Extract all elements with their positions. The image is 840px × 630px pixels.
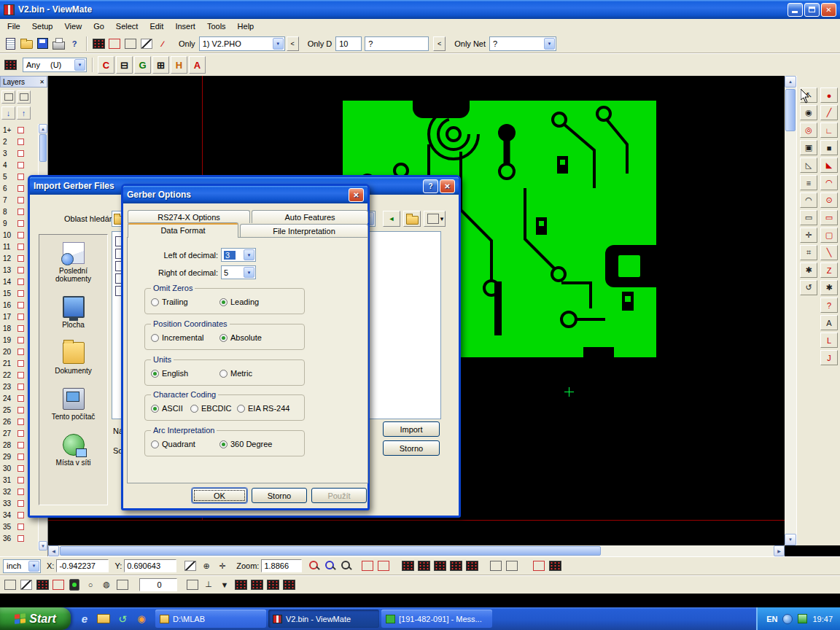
merge-pads-button[interactable]: ⊞: [152, 56, 169, 74]
film-3-button[interactable]: [432, 559, 447, 573]
prev-layer-button[interactable]: <: [287, 36, 299, 51]
zoom-in-button[interactable]: [307, 559, 322, 573]
layer-color-swatch[interactable]: [18, 430, 24, 437]
traffic-light-icon[interactable]: [67, 578, 82, 592]
layer-row[interactable]: 3: [0, 147, 38, 159]
markers-button[interactable]: [139, 36, 154, 51]
vertical-scrollbar[interactable]: ▲ ▼: [785, 76, 796, 545]
layer-color-swatch[interactable]: [18, 512, 24, 518]
layer-row[interactable]: 36: [0, 532, 38, 544]
radio-metric[interactable]: Metric: [219, 369, 252, 378]
layer-color-swatch[interactable]: [18, 454, 24, 460]
menu-item[interactable]: View: [58, 20, 88, 32]
draw-line-tool[interactable]: ╱: [820, 105, 838, 120]
layer-color-swatch[interactable]: [18, 197, 24, 203]
overlay-b-button[interactable]: [548, 559, 562, 573]
open-file-button[interactable]: [19, 36, 34, 51]
film-1-button[interactable]: [400, 559, 415, 573]
layer-color-swatch[interactable]: [18, 384, 24, 390]
aperture-table-button[interactable]: [360, 559, 375, 573]
probe-b-button[interactable]: ◍: [99, 578, 114, 592]
taskbar-task[interactable]: [191-482-091] - Mess...: [381, 610, 492, 628]
layer-row[interactable]: 2: [0, 136, 38, 147]
radio-trailing[interactable]: Trailing: [151, 298, 188, 306]
measure-xy-icon[interactable]: [183, 559, 198, 573]
save-file-button[interactable]: [35, 36, 50, 51]
import-button[interactable]: Import: [383, 421, 440, 437]
combo-arrow-icon[interactable]: [74, 59, 85, 71]
layer-color-swatch[interactable]: [18, 407, 24, 413]
grid-b-button[interactable]: [185, 578, 200, 592]
draw-fill-tool[interactable]: ■: [820, 140, 838, 155]
layer-row[interactable]: 35: [0, 521, 38, 532]
draw-flash-tool[interactable]: ✱: [820, 280, 838, 295]
dual-view-button[interactable]: [123, 36, 138, 51]
layer-color-swatch[interactable]: [18, 162, 24, 168]
selection-grid-icon[interactable]: [3, 58, 18, 72]
layer-color-swatch[interactable]: [18, 139, 24, 145]
taskbar-task[interactable]: D:\MLAB: [155, 610, 266, 628]
menu-item[interactable]: Tools: [201, 20, 232, 32]
snap-tool[interactable]: ✛: [800, 228, 817, 243]
zoom-window-button[interactable]: [323, 559, 338, 573]
layer-down-button[interactable]: [1, 106, 15, 120]
part-table-button[interactable]: [505, 559, 519, 573]
wheel-tool[interactable]: ✱: [800, 262, 817, 278]
cancel-button[interactable]: Storno: [252, 488, 307, 503]
grid-a-button[interactable]: [115, 578, 130, 592]
layer-view-button[interactable]: [1, 90, 15, 104]
import-cancel-button[interactable]: Storno: [383, 440, 440, 456]
layer-color-swatch[interactable]: [18, 174, 24, 180]
radio-incremental[interactable]: Incremental: [151, 333, 203, 342]
text-dcode-button[interactable]: A: [189, 56, 206, 74]
combo-arrow-icon[interactable]: [273, 38, 284, 50]
film-d-button[interactable]: [281, 578, 296, 592]
layer-color-swatch[interactable]: [18, 442, 24, 448]
radio-leading[interactable]: Leading: [219, 298, 259, 306]
draw-ltext-tool[interactable]: L: [820, 332, 838, 348]
draw-text-tool[interactable]: A: [820, 315, 838, 330]
layer-color-swatch[interactable]: [18, 477, 24, 483]
draw-arc-tool[interactable]: ◠: [820, 175, 838, 190]
circle-dcode-button[interactable]: C: [98, 56, 114, 74]
tab-file-interpretation[interactable]: File Interpretation: [240, 224, 368, 237]
close-layers-icon[interactable]: [39, 79, 44, 85]
layer-color-swatch[interactable]: [18, 209, 24, 215]
grid-snap-tool[interactable]: ⌗: [800, 245, 817, 260]
film-stack-button[interactable]: [3, 578, 18, 592]
highlight-button[interactable]: [107, 36, 122, 51]
layer-color-swatch[interactable]: [18, 220, 24, 227]
layer-color-swatch[interactable]: [18, 302, 24, 308]
minimize-button[interactable]: [788, 3, 803, 17]
layers-panel-header[interactable]: Layers: [0, 76, 47, 88]
slash-button[interactable]: ∕: [155, 36, 170, 51]
drop-button[interactable]: ▼: [217, 578, 232, 592]
film-box-button[interactable]: [91, 36, 106, 51]
context-help-button[interactable]: ?: [67, 36, 82, 51]
film-2-button[interactable]: [416, 559, 431, 573]
layer-color-swatch[interactable]: [18, 244, 24, 250]
layer-color-swatch[interactable]: [18, 360, 24, 367]
zoom-point-button[interactable]: [339, 559, 354, 573]
pattern-button[interactable]: [51, 578, 66, 592]
dcode-name-input[interactable]: ?: [365, 36, 429, 51]
center-icon[interactable]: ✛: [215, 559, 230, 573]
combo-arrow-icon[interactable]: [544, 38, 555, 50]
undo-view-tool[interactable]: ↺: [800, 280, 817, 295]
film-b-button[interactable]: [249, 578, 264, 592]
menu-item[interactable]: File: [1, 20, 26, 32]
layer-color-swatch[interactable]: [18, 395, 24, 402]
draw-zigzag-tool[interactable]: Z: [820, 262, 838, 278]
explorer-icon[interactable]: [97, 612, 110, 626]
gerber-close-button[interactable]: [349, 188, 364, 202]
arc-info-tool[interactable]: ◠: [800, 192, 817, 208]
taskbar-task[interactable]: V2.bin - ViewMate: [268, 610, 379, 628]
layer-row[interactable]: 4: [0, 159, 38, 171]
dcode-table-button[interactable]: [376, 559, 391, 573]
layer-split-button[interactable]: [17, 90, 31, 104]
overlay-a-button[interactable]: [532, 559, 546, 573]
ok-button[interactable]: OK: [192, 488, 247, 503]
tab-data-format[interactable]: Data Format: [128, 222, 238, 238]
draw-polygon-tool[interactable]: ◣: [820, 158, 838, 173]
layer-color-swatch[interactable]: [18, 255, 24, 262]
